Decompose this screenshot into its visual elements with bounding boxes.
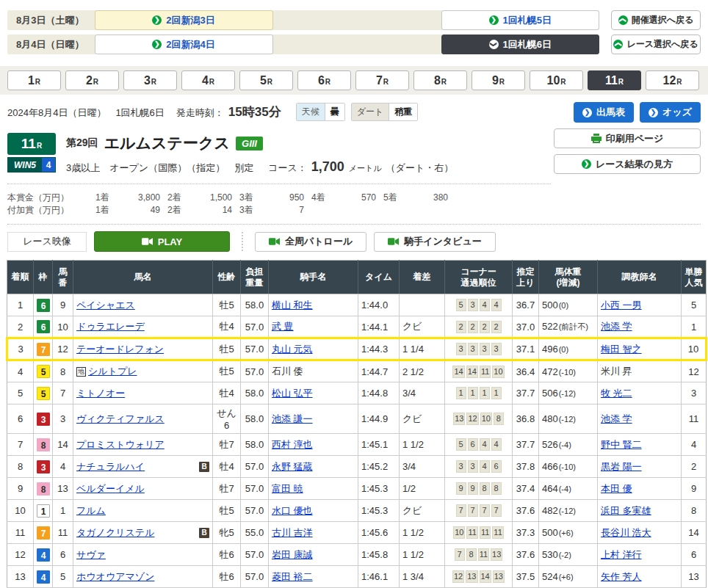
horse-name-link[interactable]: ホウオウアマゾン <box>76 570 154 584</box>
jockey-link[interactable]: 菱田 裕二 <box>272 571 313 582</box>
jockey-link[interactable]: 古川 吉洋 <box>272 527 313 538</box>
sex-age: 牡5 <box>213 294 241 316</box>
horse-name-link[interactable]: ドゥラエレーデ <box>76 320 145 333</box>
corner-number: 13 <box>466 570 477 583</box>
race-tab-3r[interactable]: 3R <box>123 70 177 90</box>
race-time: 1:44.7 <box>358 360 400 382</box>
race-tab-suffix: R <box>676 78 682 86</box>
race-tab-11r[interactable]: 11R <box>588 70 641 90</box>
sex-age: 牡4 <box>213 456 241 478</box>
horse-name-link[interactable]: ベルダーイメル <box>76 482 145 496</box>
trainer-link[interactable]: 浜田 多実雄 <box>601 505 651 516</box>
corner-number: 13 <box>453 413 465 425</box>
meeting-button-sapporo-day5[interactable]: ❯ 1回札幌5日 <box>441 10 599 30</box>
race-tab-8r[interactable]: 8R <box>413 70 467 90</box>
trainer-link[interactable]: 野中 賢二 <box>601 439 642 450</box>
jockey-link[interactable]: 武 豊 <box>272 321 294 332</box>
patrol-video-button[interactable]: 全周パトロール <box>255 232 366 252</box>
odds-button-label: オッズ <box>662 106 692 119</box>
corner-number: 13 <box>491 548 502 561</box>
race-tab-4r[interactable]: 4R <box>181 70 235 90</box>
back-to-race-select-button[interactable]: ❯ レース選択へ戻る <box>611 35 701 54</box>
last-3f: 36.8 <box>513 404 539 434</box>
horse-name-link[interactable]: プロミストウォリア <box>76 438 165 451</box>
meeting-button-niigata-day4[interactable]: ❯ 2回新潟4日 <box>95 35 273 54</box>
race-tab-6r[interactable]: 6R <box>297 70 351 90</box>
meeting-button-sapporo-day6-selected[interactable]: ❯ 1回札幌6日 <box>441 35 599 54</box>
table-row: 6 3 3 ヴィクティファルス せん6 58.0 池添 謙一 1:44.9 クビ… <box>7 404 707 434</box>
jockey-link[interactable]: 横山 和生 <box>272 300 313 311</box>
horse-name-link[interactable]: フルム <box>76 504 106 518</box>
trainer-link[interactable]: 上村 洋行 <box>601 549 642 560</box>
finish-position: 5 <box>7 382 34 404</box>
weight-diff: (+6) <box>559 529 574 537</box>
race-tab-9r[interactable]: 9R <box>472 70 525 90</box>
sex-age: 牡5 <box>213 338 241 360</box>
how-to-read-results-button[interactable]: ❯ レース結果の見方 <box>554 154 701 174</box>
frame-badge: 5 <box>37 365 50 378</box>
horse-name-link[interactable]: ペイシャエス <box>76 299 135 312</box>
table-row: 8 3 4 ナチュラルハイB 牡4 57.0 永野 猛蔵 1:45.2 3/4 … <box>7 456 707 478</box>
jockey-interview-button[interactable]: 騎手インタビュー <box>374 232 496 252</box>
meeting-button-niigata-day3[interactable]: ❯ 2回新潟3日 <box>95 10 273 30</box>
back-to-meeting-select-button[interactable]: ❯ 開催選択へ戻る <box>611 10 701 30</box>
win-popularity: 9 <box>682 478 707 500</box>
race-tab-number: 9 <box>492 74 499 87</box>
horse-name-link[interactable]: サヴァ <box>76 548 106 562</box>
load-weight: 55.0 <box>241 522 269 544</box>
corner-number: 7 <box>468 504 478 517</box>
trainer-link[interactable]: 牧 光二 <box>601 388 632 399</box>
trainer-link[interactable]: 池添 学 <box>601 321 632 332</box>
trainer-link[interactable]: 本田 優 <box>601 483 632 494</box>
race-tab-10r[interactable]: 10R <box>530 70 583 90</box>
horse-name-link[interactable]: シルトプレ <box>88 365 137 378</box>
trainer-link[interactable]: 小西 一男 <box>601 300 642 311</box>
race-tab-1r[interactable]: 1R <box>7 70 61 90</box>
horse-name-link[interactable]: ミトノオー <box>76 387 125 400</box>
load-weight: 57.0 <box>241 456 269 478</box>
jockey-link[interactable]: 富田 暁 <box>272 483 303 494</box>
prize-amount: 570 <box>333 192 376 204</box>
trainer-link[interactable]: 梅田 智之 <box>601 344 642 355</box>
table-row: 13 4 5 ホウオウアマゾン 牡6 57.0 菱田 裕二 1:46.1 1 3… <box>7 566 707 588</box>
horse-name-link[interactable]: ヴィクティファルス <box>76 413 165 426</box>
prize-amount: 1,500 <box>189 192 232 204</box>
trainer-link[interactable]: 黒岩 陽一 <box>601 461 642 472</box>
last-3f: 37.6 <box>513 544 539 566</box>
jockey-link[interactable]: 西村 淳也 <box>272 439 313 450</box>
prize-place: 3着 <box>232 192 261 204</box>
trainer-link[interactable]: 長谷川 浩大 <box>601 527 651 538</box>
horse-name-link[interactable]: タガノクリステル <box>76 526 154 540</box>
race-tab-12r[interactable]: 12R <box>646 70 699 90</box>
race-tab-5r[interactable]: 5R <box>239 70 293 90</box>
race-time: 1:45.3 <box>358 500 400 522</box>
corner-positions: 5344 <box>445 294 513 316</box>
horse-name-link[interactable]: テーオードレフォン <box>76 343 164 356</box>
race-number-column: 11R WIN5 4 <box>7 133 56 175</box>
frame-badge: 3 <box>37 413 50 426</box>
prize-amount: 14 <box>189 204 232 217</box>
jockey-link[interactable]: 水口 優也 <box>272 505 313 516</box>
race-name: エルムステークス <box>104 133 230 153</box>
play-button[interactable]: PLAY <box>94 231 230 252</box>
video-row: レース映像 PLAY 全周パトロール 騎手インタビュー <box>7 224 701 258</box>
print-page-button[interactable]: 印刷用ページ <box>554 128 701 148</box>
trainer-link[interactable]: 矢作 芳人 <box>601 571 642 582</box>
frame-badge: 1 <box>37 504 50 518</box>
entry-table-button[interactable]: ❯ 出馬表 <box>574 102 634 123</box>
column-header: 性齢 <box>213 261 241 294</box>
jockey-link[interactable]: 岩田 康誠 <box>272 549 313 560</box>
race-tab-7r[interactable]: 7R <box>355 70 409 90</box>
race-tab-suffix: R <box>499 78 505 86</box>
odds-button[interactable]: ❯ オッズ <box>640 102 701 123</box>
jockey-link[interactable]: 池添 謙一 <box>272 413 313 424</box>
jockey-link[interactable]: 丸山 元気 <box>272 344 313 355</box>
finish-position: 13 <box>7 566 34 588</box>
race-tab-2r[interactable]: 2R <box>65 70 119 90</box>
horse-name-link[interactable]: ナチュラルハイ <box>76 460 145 473</box>
frame-badge: 6 <box>37 320 50 333</box>
trainer-link[interactable]: 池添 学 <box>601 413 632 424</box>
jockey-link[interactable]: 松山 弘平 <box>272 388 313 399</box>
frame-badge: 3 <box>37 460 50 473</box>
jockey-link[interactable]: 永野 猛蔵 <box>272 461 313 472</box>
